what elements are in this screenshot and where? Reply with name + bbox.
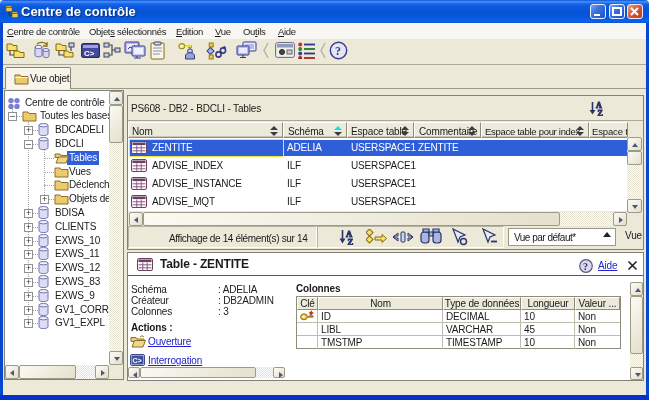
svg-text:C>: C> [84, 49, 95, 58]
svg-text:C>: C> [133, 357, 142, 364]
svg-text:?: ? [583, 261, 588, 272]
svg-text:Z: Z [598, 109, 603, 117]
svg-text:Z: Z [348, 237, 354, 246]
svg-text:?: ? [335, 44, 341, 58]
